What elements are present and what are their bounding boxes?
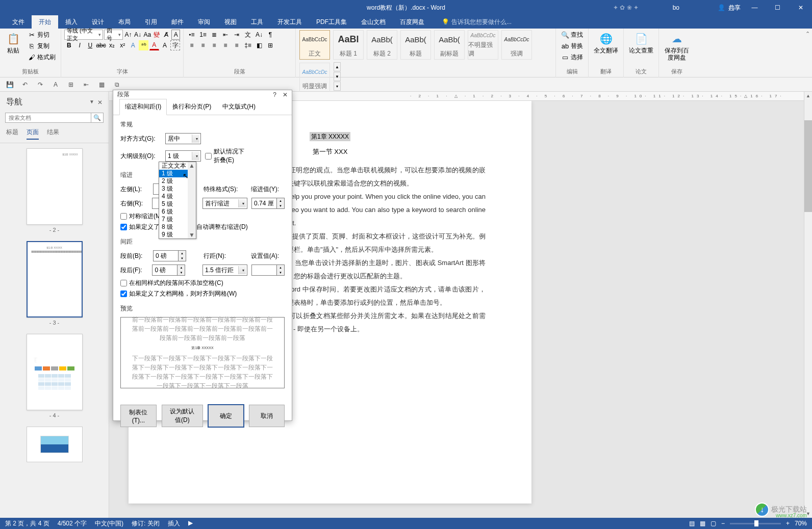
style-normal[interactable]: AaBbCcDc正文 <box>299 30 330 60</box>
indent-value-spinner[interactable]: ▲▼ <box>251 198 285 209</box>
dropdown-scrollbar[interactable]: ▲▼ <box>188 162 196 239</box>
style-intense[interactable]: AaBbCcDc明显强调 <box>299 63 330 92</box>
tab-references[interactable]: 引用 <box>138 15 164 29</box>
font-size-combo[interactable]: 四号 <box>104 30 123 40</box>
styles-down-icon[interactable]: ▼ <box>334 72 341 81</box>
view-web-icon[interactable]: ▢ <box>711 520 716 527</box>
justify-icon[interactable]: ≡ <box>220 40 231 50</box>
nospace-checkbox[interactable]: 在相同样式的段落间不添加空格(C) <box>120 279 285 287</box>
copy-button[interactable]: ⎘复制 <box>26 41 58 51</box>
tab-file[interactable]: 文件 <box>5 15 32 29</box>
search-icon[interactable]: 🔍 <box>91 113 103 122</box>
baidu-save-button[interactable]: ☁保存到百度网盘 <box>662 30 692 62</box>
tab-kingsoft[interactable]: 金山文档 <box>354 15 393 29</box>
align-center-icon[interactable]: ≡ <box>198 40 208 50</box>
autodoc-check-input[interactable] <box>120 224 127 230</box>
style-heading1[interactable]: AaBl标题 1 <box>333 30 364 60</box>
tab-line-page-breaks[interactable]: 换行和分页(P) <box>167 99 217 115</box>
space-before-spinner[interactable]: ▲▼ <box>153 250 186 261</box>
nav-search-input[interactable] <box>6 113 91 122</box>
outline-level-combo[interactable]: 1 级 <box>165 150 201 162</box>
nav-close-icon[interactable]: ✕ <box>97 99 103 106</box>
thumbnail-5[interactable] <box>27 427 83 462</box>
tab-baidu[interactable]: 百度网盘 <box>393 15 432 29</box>
setval-input[interactable] <box>251 264 277 276</box>
clear-format-icon[interactable]: A̸ <box>162 30 171 40</box>
cut-button[interactable]: ✂剪切 <box>26 30 58 40</box>
paste-button[interactable]: 📋粘贴 <box>3 30 23 55</box>
increase-indent-icon[interactable]: ⇥ <box>232 30 242 40</box>
collapse-checkbox[interactable]: 默认情况下折叠(E) <box>205 147 246 165</box>
spinner-down-icon[interactable]: ▼ <box>177 270 185 275</box>
setval-spinner[interactable]: ▲▼ <box>251 264 285 276</box>
outline-level-dropdown[interactable]: 正文文本 1 级 2 级 3 级 4 级 5 级 6 级 7 级 8 级 9 级… <box>159 162 196 239</box>
spinner-up-icon[interactable]: ▲ <box>277 265 284 270</box>
decrease-indent-icon[interactable]: ⇤ <box>220 30 231 40</box>
status-page[interactable]: 第 2 页，共 4 页 <box>5 519 49 528</box>
tab-pdftools[interactable]: PDF工具集 <box>309 15 354 29</box>
font-family-combo[interactable]: 等线 (中文正文 <box>64 30 103 40</box>
thesis-button[interactable]: 📄论文查重 <box>627 30 655 55</box>
tab-developer[interactable]: 开发工具 <box>270 15 309 29</box>
font-color-icon[interactable]: A <box>149 40 159 50</box>
maximize-button[interactable]: ☐ <box>766 0 789 15</box>
char-border-icon[interactable]: A <box>171 30 180 40</box>
qat-redo-icon[interactable]: ↷ <box>36 80 45 89</box>
thumbnail-4[interactable]: ─┬─ ├─ └─ - 4 - <box>27 334 83 420</box>
style-emphasis[interactable]: AaBbCcDc强调 <box>501 30 532 60</box>
format-painter-button[interactable]: 🖌格式刷 <box>26 52 58 63</box>
qat-cell-icon[interactable]: ▦ <box>97 80 106 89</box>
select-button[interactable]: ▭选择 <box>559 52 585 63</box>
dialog-help-icon[interactable]: ? <box>273 91 276 98</box>
space-after-input[interactable] <box>152 264 177 276</box>
nav-tab-headings[interactable]: 标题 <box>6 128 18 140</box>
increase-font-icon[interactable]: A↑ <box>124 30 133 40</box>
qat-border-icon[interactable]: ⊞ <box>66 80 75 89</box>
zoom-in-icon[interactable]: + <box>786 520 790 527</box>
tab-view[interactable]: 视图 <box>217 15 244 29</box>
mirror-indent-checkbox[interactable]: 对称缩进(M) <box>120 212 285 221</box>
tab-tools[interactable]: 工具 <box>244 15 270 29</box>
style-heading2[interactable]: AaBb(标题 2 <box>367 30 397 60</box>
special-format-combo[interactable]: 首行缩进 <box>202 198 247 209</box>
collapse-ribbon-icon[interactable]: ⌃ <box>805 31 810 37</box>
zoom-handle[interactable] <box>754 520 758 526</box>
replace-button[interactable]: ab替换 <box>559 41 585 51</box>
minimize-button[interactable]: — <box>743 0 766 15</box>
status-macro-icon[interactable]: ▶ <box>188 519 193 528</box>
qat-undo-icon[interactable]: ↶ <box>20 80 30 89</box>
shading-icon[interactable]: ◧ <box>254 40 264 50</box>
status-language[interactable]: 中文(中国) <box>95 519 123 528</box>
translate-button[interactable]: 🌐全文翻译 <box>592 30 620 55</box>
status-words[interactable]: 4/502 个字 <box>58 519 87 528</box>
indent-value-input[interactable] <box>251 198 277 209</box>
ok-button[interactable]: 确定 <box>208 405 244 427</box>
tab-mailings[interactable]: 邮件 <box>164 15 191 29</box>
vertical-scrollbar[interactable]: ▲ ▼ <box>804 92 812 518</box>
scroll-up-icon[interactable]: ▲ <box>804 92 812 100</box>
show-marks-icon[interactable]: ¶ <box>265 30 275 40</box>
status-insert[interactable]: 插入 <box>168 519 180 528</box>
zoom-out-icon[interactable]: − <box>721 520 725 527</box>
qat-group-icon[interactable]: ⧉ <box>112 80 121 89</box>
view-read-icon[interactable]: ▤ <box>689 520 695 527</box>
phonetic-icon[interactable]: 變 <box>153 30 161 40</box>
cancel-button[interactable]: 取消 <box>249 405 285 427</box>
snapgrid-checkbox[interactable]: 如果定义了文档网格，则对齐到网格(W) <box>120 289 285 298</box>
style-title[interactable]: AaBb(标题 <box>400 30 431 60</box>
line-spacing-combo[interactable]: 1.5 倍行距 <box>202 264 247 276</box>
superscript-button[interactable]: x² <box>118 40 128 50</box>
tab-indent-spacing[interactable]: 缩进和间距(I) <box>119 99 167 115</box>
spinner-down-icon[interactable]: ▼ <box>179 256 186 261</box>
nospace-check-input[interactable] <box>120 280 127 286</box>
zoom-slider[interactable] <box>730 523 781 524</box>
view-print-icon[interactable]: ▦ <box>700 520 705 527</box>
scroll-thumb[interactable] <box>804 120 812 212</box>
qat-indent-icon[interactable]: ⇤ <box>82 80 91 89</box>
qat-a-icon[interactable]: A <box>51 80 60 89</box>
decrease-font-icon[interactable]: A↓ <box>134 30 142 40</box>
user-name[interactable]: bo <box>673 4 679 11</box>
line-spacing-icon[interactable]: ‡≡ <box>243 40 253 50</box>
status-revision[interactable]: 修订: 关闭 <box>132 519 160 528</box>
numbering-icon[interactable]: 1≡ <box>198 30 208 40</box>
